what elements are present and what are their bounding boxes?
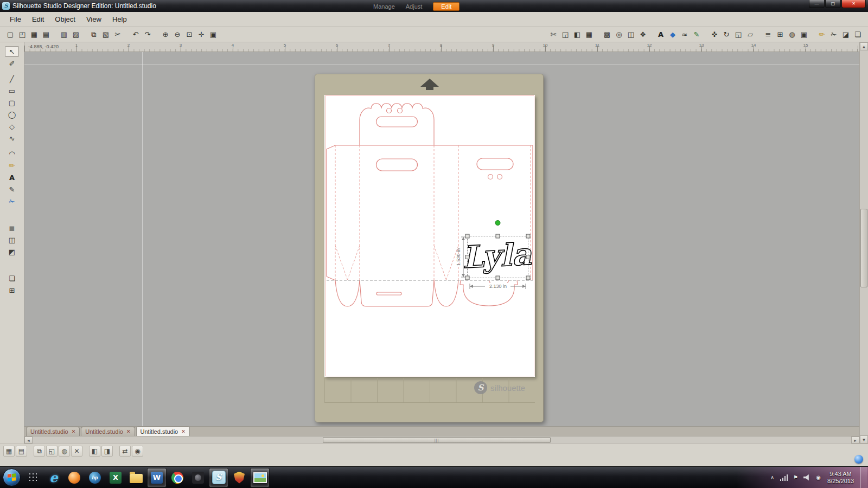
- group-options-icon[interactable]: ▣: [798, 29, 810, 41]
- menu-help[interactable]: Help: [107, 13, 132, 25]
- replicate-icon[interactable]: ⊞: [774, 29, 786, 41]
- send-to-back-button[interactable]: ◨: [101, 446, 113, 457]
- group-button[interactable]: ⧉: [34, 446, 45, 457]
- library-tool[interactable]: ⊞: [5, 285, 19, 296]
- sketch-pens-icon[interactable]: ✏: [816, 29, 828, 41]
- word-icon[interactable]: W: [147, 468, 167, 487]
- tab-close-icon[interactable]: ✕: [126, 429, 131, 434]
- ellipse-tool[interactable]: ◯: [5, 109, 19, 120]
- scroll-left-arrow[interactable]: ◄: [24, 436, 33, 444]
- zoom-out-icon[interactable]: ⊖: [171, 29, 183, 41]
- knife-settings-icon[interactable]: ✁: [828, 29, 840, 41]
- pattern-tool[interactable]: ◫: [5, 234, 19, 245]
- adjust-tab[interactable]: Adjust: [406, 3, 423, 10]
- edit-button[interactable]: Edit: [433, 2, 459, 11]
- scroll-right-arrow[interactable]: ►: [851, 436, 859, 444]
- hidden-icons-button[interactable]: ∧: [769, 474, 776, 480]
- fill-tool[interactable]: ◼: [5, 222, 19, 233]
- silhouette-studio-icon[interactable]: S: [209, 468, 228, 487]
- globe-icon[interactable]: [854, 455, 863, 464]
- document-tab[interactable]: Untitled.studio ✕: [81, 427, 135, 436]
- line-style-icon[interactable]: ≈: [679, 29, 691, 41]
- grid-settings-icon[interactable]: ▦: [583, 29, 595, 41]
- menu-edit[interactable]: Edit: [27, 13, 49, 25]
- cut-settings-icon[interactable]: ✄: [547, 29, 559, 41]
- scroll-up-arrow[interactable]: ▲: [860, 42, 868, 50]
- edit-points-tool[interactable]: ✐: [5, 58, 19, 69]
- shear-icon[interactable]: ▱: [744, 29, 756, 41]
- weld-button[interactable]: ◍: [59, 446, 70, 457]
- photo-app-icon[interactable]: [188, 468, 208, 487]
- bring-to-front-button[interactable]: ◧: [89, 446, 100, 457]
- close-button[interactable]: ✕: [841, 0, 866, 8]
- vertical-scroll-thumb[interactable]: [860, 209, 867, 287]
- zoom-in-icon[interactable]: ⊕: [159, 29, 171, 41]
- tab-close-icon[interactable]: ✕: [181, 429, 186, 434]
- make-compound-button[interactable]: ▦: [3, 446, 15, 457]
- object-edit-icon[interactable]: ❖: [637, 29, 649, 41]
- note-tool[interactable]: ✎: [5, 184, 19, 195]
- document-tab[interactable]: Untitled.studio ✕: [26, 427, 80, 436]
- rotate-icon[interactable]: ↻: [720, 29, 732, 41]
- scale-icon[interactable]: ◱: [732, 29, 744, 41]
- network-icon[interactable]: [780, 474, 788, 481]
- manage-tab[interactable]: Manage: [373, 3, 395, 10]
- app-grid-icon[interactable]: [23, 468, 43, 487]
- save-to-library-icon[interactable]: ▤: [40, 29, 52, 41]
- media-player-icon[interactable]: [65, 468, 84, 487]
- menu-object[interactable]: Object: [49, 13, 81, 25]
- minimize-button[interactable]: —: [809, 0, 825, 8]
- page-settings-icon[interactable]: ◧: [571, 29, 583, 41]
- print-icon[interactable]: ▥: [58, 29, 70, 41]
- library-panel-icon[interactable]: ❏: [852, 29, 864, 41]
- layers-tool[interactable]: ❏: [5, 273, 19, 284]
- rectangle-tool[interactable]: ▭: [5, 85, 19, 96]
- security-app-icon[interactable]: [229, 468, 249, 487]
- pan-icon[interactable]: ✛: [195, 29, 207, 41]
- fill-color-icon[interactable]: ◆: [667, 29, 679, 41]
- menu-view[interactable]: View: [81, 13, 107, 25]
- horizontal-scroll-thumb[interactable]: |||: [323, 437, 551, 443]
- page-setup-icon[interactable]: ▨: [70, 29, 82, 41]
- workspace[interactable]: Lyla: [24, 52, 859, 426]
- ungroup-button[interactable]: ◱: [46, 446, 58, 457]
- text-style-icon[interactable]: A: [655, 29, 667, 41]
- antivirus-icon[interactable]: ◉: [815, 474, 822, 480]
- clock[interactable]: 9:43 AM 8/25/2013: [827, 471, 854, 485]
- rotation-handle[interactable]: [495, 221, 500, 226]
- text-object-lyla[interactable]: Lyla: [461, 236, 532, 275]
- document-page[interactable]: Lyla: [324, 95, 535, 377]
- undo-icon[interactable]: ↶: [130, 29, 142, 41]
- tab-close-icon[interactable]: ✕: [72, 429, 76, 434]
- internet-explorer-icon[interactable]: e: [44, 468, 63, 487]
- vertical-scrollbar[interactable]: ▲ ▼: [859, 42, 868, 444]
- new-document-icon[interactable]: ▢: [4, 29, 16, 41]
- line-tool[interactable]: ╱: [5, 73, 19, 84]
- line-color-icon[interactable]: ✎: [691, 29, 703, 41]
- horizontal-scrollbar[interactable]: ◄ ||| ►: [24, 436, 859, 444]
- open-icon[interactable]: ◰: [16, 29, 28, 41]
- volume-icon[interactable]: [803, 474, 810, 481]
- save-icon[interactable]: ▦: [28, 29, 40, 41]
- box-template[interactable]: [327, 104, 533, 307]
- weld-icon[interactable]: ◍: [786, 29, 798, 41]
- picture-viewer-icon[interactable]: [250, 468, 270, 487]
- rotate-button[interactable]: ◉: [132, 446, 143, 457]
- polygon-tool[interactable]: ◇: [5, 121, 19, 132]
- cutting-mat[interactable]: Lyla: [315, 74, 544, 422]
- excel-icon[interactable]: X: [106, 468, 125, 487]
- cut-icon[interactable]: ✂: [112, 29, 124, 41]
- mirror-button[interactable]: ⇄: [119, 446, 131, 457]
- chrome-icon[interactable]: [168, 468, 187, 487]
- document-tab[interactable]: Untitled.studio ✕: [136, 426, 190, 436]
- redo-icon[interactable]: ↷: [142, 29, 154, 41]
- paste-icon[interactable]: ▧: [100, 29, 112, 41]
- fit-to-page-icon[interactable]: ▣: [207, 29, 219, 41]
- rounded-rectangle-tool[interactable]: ▢: [5, 97, 19, 108]
- zoom-selection-icon[interactable]: ⊡: [183, 29, 195, 41]
- text-tool[interactable]: A: [5, 172, 19, 183]
- freehand-tool[interactable]: ✏: [5, 160, 19, 171]
- show-desktop-button[interactable]: [860, 467, 867, 488]
- eraser-tool[interactable]: ◩: [5, 246, 19, 257]
- eraser-settings-icon[interactable]: ◪: [840, 29, 852, 41]
